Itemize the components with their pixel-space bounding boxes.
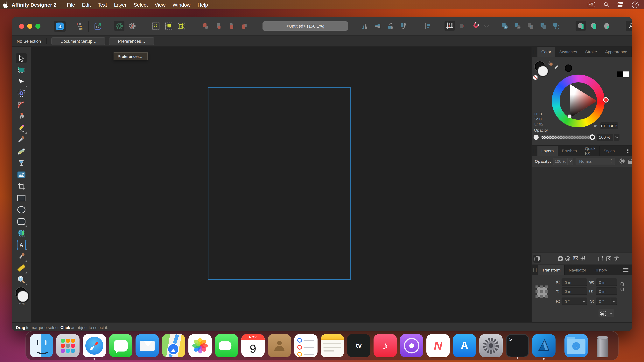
snap-grid-fine-icon[interactable] — [163, 20, 174, 31]
grid-options-icon[interactable] — [444, 20, 455, 31]
blend-options-gear-icon[interactable] — [619, 158, 625, 165]
tab-stroke[interactable]: Stroke — [581, 47, 601, 57]
zoom-window-button[interactable] — [36, 24, 40, 29]
rotate-cw-icon[interactable] — [398, 20, 408, 31]
tab-navigator[interactable]: Navigator — [565, 265, 590, 275]
dock-item-contacts[interactable] — [268, 334, 291, 357]
rounded-rectangle-tool[interactable] — [16, 216, 26, 226]
add-pixel-layer-icon[interactable] — [605, 255, 612, 263]
control-center-icon[interactable] — [618, 2, 624, 7]
transform-origin-box-icon[interactable] — [598, 309, 608, 317]
flip-horizontal-icon[interactable] — [359, 20, 370, 31]
gear-needle-icon[interactable] — [127, 20, 137, 31]
fill-color-well[interactable] — [18, 291, 28, 302]
dock-item-music[interactable]: ♪ — [374, 334, 397, 357]
search-icon[interactable] — [604, 2, 609, 7]
boolean-divide-icon[interactable] — [538, 20, 548, 31]
menu-text[interactable]: Text — [98, 2, 107, 7]
preferences-button[interactable]: Preferences… — [109, 37, 154, 45]
point-transform-tool[interactable] — [16, 88, 26, 98]
gear-green-icon[interactable] — [114, 20, 124, 31]
layers-opacity-dropdown[interactable] — [568, 158, 574, 165]
h-input[interactable]: 0 in — [596, 287, 617, 295]
boolean-intersect-icon[interactable] — [525, 20, 536, 31]
tab-swatches[interactable]: Swatches — [555, 47, 581, 57]
boolean-subtract-icon[interactable] — [512, 20, 523, 31]
designer-persona-button[interactable] — [54, 20, 66, 32]
dock-item-downloads[interactable]: ↓ — [564, 334, 588, 357]
minimize-button[interactable] — [27, 24, 32, 29]
tab-quick-fx[interactable]: Quick FX — [581, 146, 600, 156]
snapping-dropdown[interactable] — [483, 20, 490, 31]
tab-styles[interactable]: Styles — [600, 146, 619, 156]
order-backward-icon[interactable] — [226, 20, 236, 31]
dock-item-safari[interactable] — [83, 334, 106, 357]
menu-help[interactable]: Help — [198, 2, 208, 7]
swap-colors-icon[interactable]: ↜↝ — [19, 302, 24, 306]
rotation-input[interactable]: 0 ° — [562, 298, 587, 305]
zoom-tool[interactable] — [16, 275, 26, 285]
corner-tool[interactable] — [16, 100, 26, 110]
white-swatch[interactable] — [623, 71, 629, 77]
export-persona-button[interactable] — [92, 21, 103, 32]
tab-brushes[interactable]: Brushes — [558, 146, 581, 156]
opacity-value[interactable]: 100 % — [596, 134, 613, 141]
insertion-target-icon[interactable] — [457, 20, 468, 31]
alignment-icon[interactable] — [422, 20, 433, 31]
geometry-1-icon[interactable] — [576, 20, 586, 31]
panel-drag-handle[interactable]: ❘❘ — [532, 47, 538, 57]
menu-select[interactable]: Select — [134, 2, 148, 7]
flip-vertical-icon[interactable] — [372, 20, 383, 31]
dock-item-terminal[interactable]: >_ — [506, 334, 529, 357]
dock-item-app-store[interactable]: A — [453, 334, 476, 357]
snap-grid-icon[interactable] — [150, 20, 161, 31]
tab-history[interactable]: History — [590, 265, 611, 275]
picked-color-swatch[interactable] — [565, 64, 572, 72]
dock-item-maps[interactable] — [162, 334, 185, 357]
mesh-warp-icon[interactable] — [579, 255, 586, 263]
place-image-tool[interactable] — [16, 170, 26, 180]
mask-layer-icon[interactable] — [556, 255, 564, 263]
rotate-ccw-icon[interactable] — [385, 20, 396, 31]
delete-layer-icon[interactable] — [612, 255, 620, 263]
dock-item-reminders[interactable] — [294, 334, 318, 357]
anchor-point-selector[interactable] — [535, 285, 549, 299]
x-input[interactable]: 0 in — [562, 279, 587, 286]
snapping-magnet-icon[interactable] — [470, 20, 481, 31]
opacity-slider-knob[interactable] — [590, 134, 595, 140]
layers-opacity-value[interactable]: 100 % — [553, 158, 568, 165]
opacity-dropdown[interactable] — [613, 134, 620, 141]
lock-icon[interactable] — [628, 159, 632, 164]
ellipse-tool[interactable] — [16, 205, 26, 215]
black-swatch[interactable] — [617, 71, 623, 77]
tab-color[interactable]: Color — [538, 47, 555, 57]
dock-item-finder[interactable] — [30, 334, 53, 357]
menu-file[interactable]: File — [67, 2, 75, 7]
fill-stroke-wells[interactable]: ↜↝ — [15, 287, 29, 305]
duplicate-layers-icon[interactable] — [533, 255, 541, 263]
menu-layer[interactable]: Layer — [114, 2, 126, 7]
account-icon[interactable] — [626, 20, 632, 31]
panel-menu-icon[interactable] — [627, 150, 628, 151]
menu-app-name[interactable]: Affinity Designer 2 — [12, 2, 56, 7]
no-color-swatch[interactable] — [533, 75, 538, 80]
measure-tool[interactable] — [16, 263, 26, 273]
knife-tool[interactable] — [16, 135, 26, 145]
color-picker-tool[interactable] — [16, 251, 26, 261]
menu-edit[interactable]: Edit — [82, 2, 91, 7]
tab-appearance[interactable]: Appearance — [601, 47, 631, 57]
keyboard-input-icon[interactable]: ≡⌘ — [588, 2, 595, 7]
order-to-back-icon[interactable] — [239, 20, 249, 31]
adjustment-layer-icon[interactable] — [564, 255, 572, 263]
dock-item-affinity-designer-2[interactable] — [532, 334, 556, 357]
w-input[interactable]: 0 in — [596, 279, 617, 286]
dock-item-photos[interactable] — [188, 334, 212, 357]
close-button[interactable] — [19, 24, 24, 29]
hue-handle[interactable] — [603, 97, 608, 103]
dock-item-messages[interactable] — [109, 334, 132, 357]
menu-window[interactable]: Window — [172, 2, 190, 7]
shape-builder-tool[interactable] — [16, 228, 26, 238]
order-forward-icon[interactable] — [213, 20, 224, 31]
order-to-front-icon[interactable] — [200, 20, 211, 31]
blend-mode-select[interactable]: Normal ⌃⌄ — [576, 158, 615, 165]
